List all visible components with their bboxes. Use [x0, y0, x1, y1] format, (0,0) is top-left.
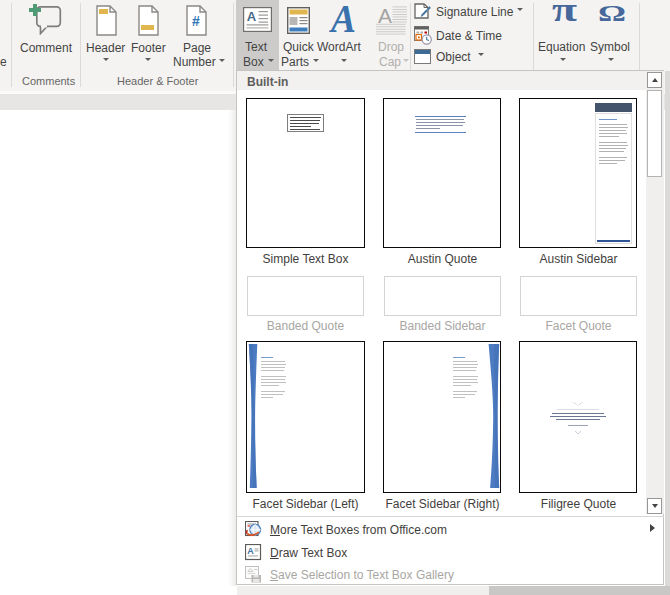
svg-text:A: A [329, 0, 356, 36]
svg-text:π: π [552, 2, 577, 22]
svg-text:A: A [247, 546, 254, 556]
svg-text:A: A [247, 9, 257, 24]
svg-text:A: A [378, 4, 392, 27]
svg-text:#: # [192, 13, 200, 29]
svg-text:Ω: Ω [598, 2, 626, 22]
